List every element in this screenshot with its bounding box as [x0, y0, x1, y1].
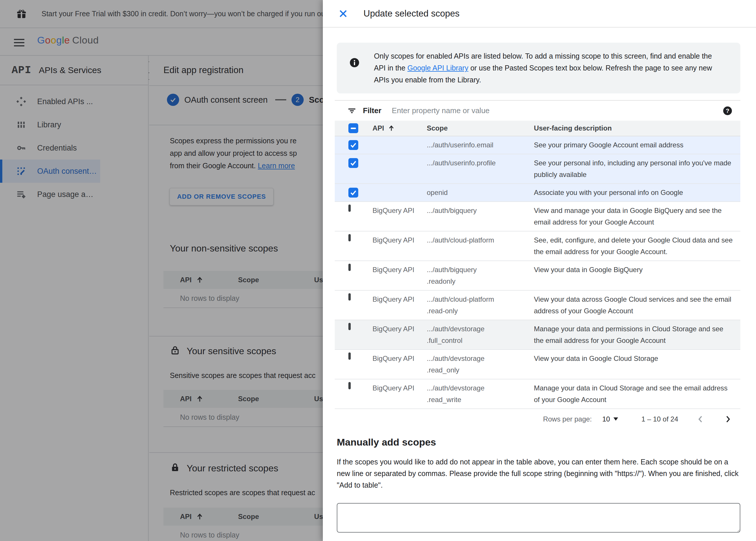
filter-label: Filter: [363, 106, 381, 115]
rows-per-page-label: Rows per page:: [543, 415, 592, 423]
scope-api: BigQuery API: [372, 264, 427, 275]
info-banner: Only scopes for enabled APIs are listed …: [337, 43, 740, 93]
rows-per-page-select[interactable]: 10: [602, 415, 618, 423]
scope-description: View your data in Google Cloud Storage: [534, 353, 740, 364]
scope-value: .../auth/cloud-platform: [427, 235, 534, 246]
scope-checkbox[interactable]: [348, 323, 351, 330]
scope-checkbox[interactable]: [348, 352, 351, 360]
pagination-bar: Rows per page: 10 1 – 10 of 24: [335, 409, 740, 429]
scope-value: .../auth/userinfo.email: [427, 139, 534, 151]
scope-api: BigQuery API: [372, 293, 427, 305]
scopes-table: Filter Enter property name or value ? AP…: [335, 100, 740, 429]
close-icon[interactable]: [338, 8, 348, 19]
next-page-icon[interactable]: [723, 414, 733, 424]
scope-value: .../auth/bigquery: [427, 205, 534, 217]
scope-checkbox[interactable]: [348, 234, 351, 241]
sort-ascending-icon: [388, 125, 395, 132]
scope-value: .../auth/devstorage.read_only: [427, 353, 534, 376]
filter-icon: [347, 106, 357, 116]
info-icon: [349, 57, 360, 86]
screen: Start your Free Trial with $300 in credi…: [0, 0, 756, 541]
scope-checkbox[interactable]: [348, 158, 358, 168]
manually-add-scopes-description: If the scopes you would like to add do n…: [337, 456, 743, 491]
overlay-scrim[interactable]: [0, 0, 323, 541]
scope-api: BigQuery API: [372, 205, 427, 217]
scope-value: .../auth/cloud-platform.read-only: [427, 293, 534, 317]
scope-description: Manage your data in Cloud Storage and se…: [534, 382, 740, 405]
scope-row: BigQuery API .../auth/cloud-platform.rea…: [335, 291, 740, 320]
google-api-library-link[interactable]: Google API Library: [407, 64, 468, 72]
scope-value: .../auth/userinfo.profile: [427, 157, 534, 169]
panel-title: Update selected scopes: [363, 8, 460, 19]
scope-description: Manage your data and permissions in Clou…: [534, 323, 740, 346]
scope-value: .../auth/devstorage.read_write: [427, 382, 534, 405]
scope-api: BigQuery API: [372, 382, 427, 394]
scope-checkbox[interactable]: [348, 140, 358, 150]
scope-checkbox[interactable]: [348, 382, 351, 389]
help-icon[interactable]: ?: [722, 106, 733, 116]
info-text: Only scopes for enabled APIs are listed …: [374, 50, 724, 86]
pagination-range: 1 – 10 of 24: [641, 415, 678, 423]
column-scope[interactable]: Scope: [427, 124, 534, 132]
scope-description: See your primary Google Account email ad…: [534, 139, 740, 151]
scope-checkbox[interactable]: [348, 293, 351, 300]
scope-checkbox[interactable]: [348, 264, 351, 271]
manual-scopes-textarea[interactable]: [337, 503, 740, 533]
scope-description: View your data across Google Cloud servi…: [534, 293, 740, 317]
scope-value: .../auth/bigquery.readonly: [427, 264, 534, 287]
update-scopes-panel: Update selected scopes Only scopes for e…: [323, 0, 756, 541]
scope-checkbox[interactable]: [348, 205, 351, 212]
scope-description: Associate you with your personal info on…: [534, 187, 740, 199]
scope-api: BigQuery API: [372, 235, 427, 246]
scope-row: BigQuery API .../auth/devstorage.read_on…: [335, 350, 740, 379]
scope-row: .../auth/userinfo.email See your primary…: [335, 136, 740, 154]
column-description[interactable]: User-facing description: [534, 124, 740, 132]
scope-description: View your data in Google BigQuery: [534, 264, 740, 275]
panel-header: Update selected scopes: [323, 0, 756, 28]
scope-row: BigQuery API .../auth/cloud-platform See…: [335, 232, 740, 261]
manually-add-scopes-title: Manually add scopes: [337, 437, 436, 448]
scope-value: openid: [427, 187, 534, 199]
scope-row: .../auth/userinfo.profile See your perso…: [335, 154, 740, 184]
scope-value: .../auth/devstorage.full_control: [427, 323, 534, 346]
chevron-down-icon: [613, 417, 618, 421]
scope-row: BigQuery API .../auth/bigquery.readonly …: [335, 261, 740, 291]
scope-row: BigQuery API .../auth/devstorage.read_wr…: [335, 379, 740, 409]
svg-text:?: ?: [726, 108, 729, 114]
table-header-row: API Scope User-facing description: [335, 121, 740, 136]
scope-api: BigQuery API: [372, 323, 427, 335]
select-all-checkbox[interactable]: [348, 123, 358, 133]
scope-description: See, edit, configure, and delete your Go…: [534, 235, 740, 258]
filter-input[interactable]: Enter property name or value: [392, 106, 722, 115]
scope-row: BigQuery API .../auth/devstorage.full_co…: [335, 320, 740, 350]
scope-description: View and manage your data in Google BigQ…: [534, 205, 740, 228]
scope-checkbox[interactable]: [348, 188, 358, 198]
previous-page-icon[interactable]: [696, 414, 705, 424]
scope-row: openid Associate you with your personal …: [335, 184, 740, 202]
scope-row: BigQuery API .../auth/bigquery View and …: [335, 202, 740, 232]
scope-description: See your personal info, including any pe…: [534, 157, 740, 181]
column-api[interactable]: API: [372, 124, 384, 132]
scope-api: BigQuery API: [372, 353, 427, 364]
filter-bar: Filter Enter property name or value ?: [335, 100, 740, 121]
